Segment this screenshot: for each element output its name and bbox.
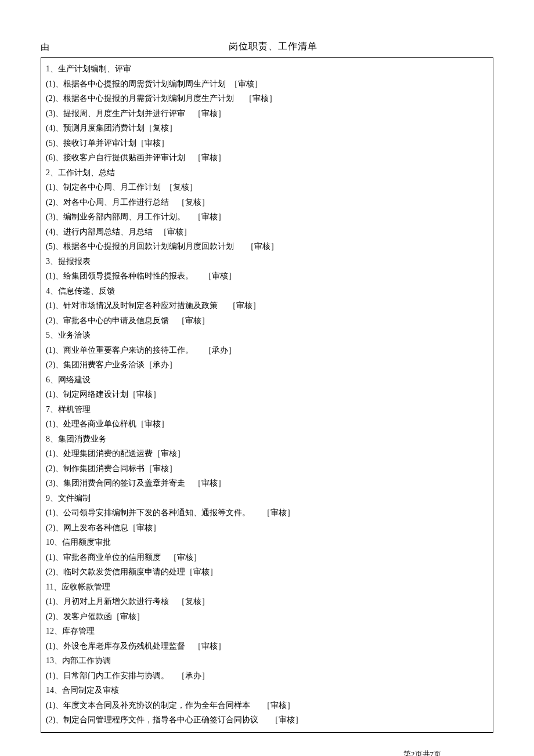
list-item: (1)、公司领导安排编制并下发的各种通知、通报等文件。 ［审核］ — [46, 505, 488, 520]
list-item: (1)、制定网络建设计划［审核］ — [46, 387, 488, 402]
list-item: 13、内部工作协调 — [46, 653, 488, 668]
list-item: 4、信息传递、反馈 — [46, 284, 488, 299]
page-footer: 第2页共7页 — [41, 749, 493, 757]
list-item: (1)、日常部门内工作安排与协调。 ［承办］ — [46, 668, 488, 683]
list-item: (3)、提报周、月度生产计划并进行评审 ［审核］ — [46, 106, 488, 121]
list-item: 1、生产计划编制、评审 — [46, 62, 488, 77]
list-item: (1)、制定各中心周、月工作计划 ［复核］ — [46, 180, 488, 195]
list-item: (2)、根据各中心提报的月需货计划编制月度生产计划 ［审核］ — [46, 91, 488, 106]
list-item: (1)、处理集团消费的配送运费［审核］ — [46, 446, 488, 461]
list-item: 3、提报报表 — [46, 254, 488, 269]
header-left-marker: 由 — [41, 42, 52, 53]
list-item: 2、工作计划、总结 — [46, 165, 488, 180]
list-item: (3)、编制业务部内部周、月工作计划。 ［审核］ — [46, 209, 488, 225]
list-item: (1)、给集团领导提报各种临时性的报表。 ［审核］ — [46, 269, 488, 284]
list-item: (4)、预测月度集团消费计划［复核］ — [46, 121, 488, 136]
list-item: (2)、审批各中心的申请及信息反馈 ［审核］ — [46, 313, 488, 328]
list-item: (2)、网上发布各种信息［审核］ — [46, 520, 488, 536]
list-item: (1)、月初对上月新增欠款进行考核 ［复核］ — [46, 594, 488, 609]
list-item: 12、库存管理 — [46, 624, 488, 639]
list-item: (2)、对各中心周、月工作进行总结 ［复核］ — [46, 195, 488, 210]
list-item: (1)、外设仓库老库存及伤残机处理监督 ［审核］ — [46, 639, 488, 654]
list-item: (4)、进行内部周总结、月总结 ［审核］ — [46, 225, 488, 240]
list-item: 8、集团消费业务 — [46, 432, 488, 447]
list-item: (1)、商业单位重要客户来访的接待工作。 ［承办］ — [46, 343, 488, 358]
list-item: (1)、年度文本合同及补充协议的制定，作为全年合同样本 ［审核］ — [46, 698, 488, 713]
list-item: 9、文件编制 — [46, 491, 488, 506]
list-item: (3)、集团消费合同的签订及盖章并寄走 ［审核］ — [46, 476, 488, 491]
list-item: (2)、发客户催款函［审核］ — [46, 609, 488, 624]
list-item: (1)、针对市场情况及时制定各种应对措施及政策 ［审核］ — [46, 298, 488, 313]
list-item: (1)、审批各商业单位的信用额度 ［审核］ — [46, 550, 488, 565]
header: 由 岗位职责、工作清单 — [41, 41, 493, 53]
list-item: (2)、制作集团消费合同标书［审核］ — [46, 461, 488, 476]
list-item: (1)、处理各商业单位样机［审核］ — [46, 417, 488, 432]
list-item: 5、业务洽谈 — [46, 328, 488, 343]
list-item: (2)、集团消费客户业务洽谈［承办］ — [46, 357, 488, 372]
list-item: 11、应收帐款管理 — [46, 580, 488, 595]
list-item: 7、样机管理 — [46, 402, 488, 417]
list-item: (2)、临时欠款发货信用额度申请的处理［审核］ — [46, 565, 488, 580]
page-title: 岗位职责、工作清单 — [52, 41, 493, 53]
content-box: 1、生产计划编制、评审 (1)、根据各中心提报的周需货计划编制周生产计划 ［审核… — [41, 57, 493, 733]
list-item: (6)、接收客户自行提供贴画并评审计划 ［审核］ — [46, 150, 488, 165]
list-item: 6、网络建设 — [46, 372, 488, 388]
list-item: (1)、根据各中心提报的周需货计划编制周生产计划 ［审核］ — [46, 77, 488, 92]
list-item: (5)、根据各中心提报的月回款计划编制月度回款计划 ［审核］ — [46, 239, 488, 254]
list-item: (5)、接收订单并评审计划［审核］ — [46, 136, 488, 151]
list-item: 14、合同制定及审核 — [46, 683, 488, 698]
list-item: (2)、制定合同管理程序文件，指导各中心正确签订合同协议 ［审核］ — [46, 712, 488, 728]
list-item: 10、信用额度审批 — [46, 535, 488, 550]
